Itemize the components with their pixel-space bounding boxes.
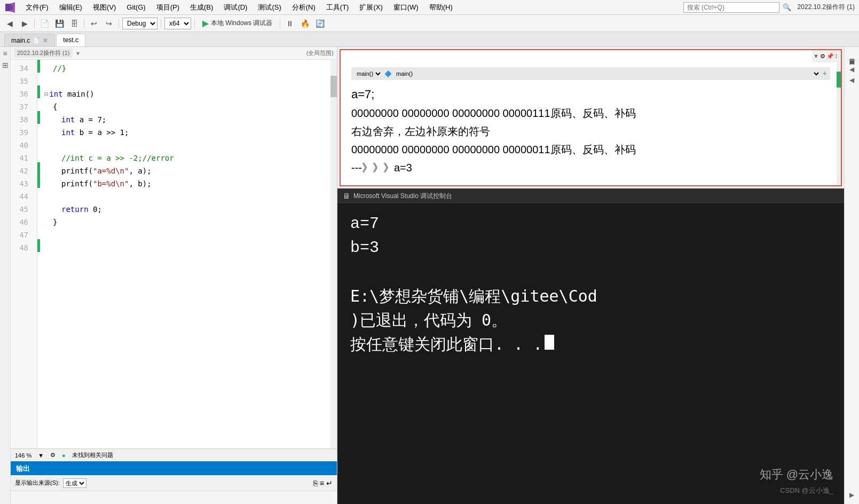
console-area: 🖥 Microsoft Visual Studio 调试控制台 a=7 b=3 …	[337, 188, 844, 504]
line-num-46: 46	[11, 216, 33, 229]
config-dropdown[interactable]: Debug	[122, 18, 157, 29]
line-num-47: 47	[11, 229, 33, 241]
menu-view[interactable]: 视图(V)	[89, 2, 120, 13]
status-check: ●	[62, 452, 66, 459]
menu-test[interactable]: 测试(S)	[254, 2, 285, 13]
code-36-rest: main()	[63, 88, 94, 100]
annotation-pin[interactable]: 📌	[826, 51, 834, 61]
code-content[interactable]: //} ⊟ int main() {	[40, 60, 330, 448]
console-content: a=7 b=3 E:\梦想杂货铺\编程\gitee\Cod )已退出，代码为 0…	[337, 203, 844, 504]
sidebar-icon-2[interactable]: ⊞	[2, 61, 9, 69]
line-num-48: 48	[11, 241, 33, 254]
new-btn[interactable]: 📄	[38, 17, 51, 30]
code-editor-wrapper: 34 35 36 37 38 39 40 41 42 43 44 45 46 4…	[11, 60, 337, 448]
annotation-line-2: 00000000 00000000 00000000 00000111原码、反码…	[351, 104, 830, 122]
menu-window[interactable]: 窗口(W)	[389, 2, 423, 13]
output-clear-btn[interactable]: ≡	[320, 479, 324, 487]
annotation-gear[interactable]: ⚙	[820, 51, 825, 61]
code-line-36: ⊟ int main()	[44, 88, 326, 100]
status-icon: ⚙	[50, 452, 56, 459]
run-icon[interactable]: ▶	[202, 18, 209, 28]
output-source-label: 显示输出来源(S):	[15, 479, 60, 487]
toolbar: ◀ ▶ 📄 💾 🗄 ↩ ↪ Debug x64 ▶ 本地 Windows 调试器…	[0, 15, 859, 32]
annotation-scrollbar[interactable]	[837, 50, 841, 185]
pause-btn[interactable]: ⏸	[283, 17, 296, 30]
tab-test-c-label: test.c	[63, 36, 78, 44]
menu-file[interactable]: 文件(F)	[21, 2, 53, 13]
annotation-line-5: ---》》》a=3	[351, 159, 830, 177]
tab-main-c-close[interactable]: ✕	[43, 37, 48, 44]
menu-search-area: 🔍	[683, 2, 791, 13]
tabs-bar: main.c 📄 ✕ test.c	[0, 32, 859, 47]
stop-btn[interactable]: 🔥	[298, 17, 311, 30]
run-label[interactable]: 本地 Windows 调试器	[211, 19, 272, 28]
undo-btn[interactable]: ↩	[88, 17, 100, 30]
menu-git[interactable]: Git(G)	[122, 2, 149, 12]
panel-btn-3[interactable]: ▶	[849, 491, 854, 499]
line-num-40: 40	[11, 139, 33, 152]
code-line-48	[44, 241, 326, 254]
code-line-47	[44, 229, 326, 241]
menu-edit[interactable]: 编辑(E)	[55, 2, 86, 13]
watermark-csdn: CSDN @云小逸_	[780, 486, 833, 495]
menu-analyze[interactable]: 分析(N)	[288, 2, 320, 13]
output-copy-btn[interactable]: ⎘	[313, 479, 318, 487]
redo-btn[interactable]: ↪	[103, 17, 115, 30]
console-icon: 🖥	[343, 192, 350, 200]
editor-scrollbar[interactable]	[330, 60, 337, 448]
save-btn[interactable]: 💾	[53, 17, 66, 30]
code-line-44	[44, 190, 326, 203]
line-numbers: 34 35 36 37 38 39 40 41 42 43 44 45 46 4…	[11, 60, 37, 448]
line-num-42: 42	[11, 164, 33, 177]
collapse-36[interactable]: ⊟	[44, 88, 48, 100]
vs-logo	[4, 2, 16, 13]
far-right-panel: 解决方案资源管理器 ◀ ◀ ▶	[844, 47, 859, 504]
output-wrap-btn[interactable]: ↵	[326, 479, 333, 487]
tab-test-c[interactable]: test.c	[56, 34, 85, 46]
tab-main-c[interactable]: main.c 📄 ✕	[4, 34, 55, 46]
code-45-return: return	[61, 203, 89, 216]
code-39-rest: b = a >> 1;	[75, 126, 129, 139]
restart-btn[interactable]: 🔄	[313, 17, 326, 30]
sep5	[194, 19, 195, 28]
menu-build[interactable]: 生成(B)	[186, 2, 217, 13]
forward-btn[interactable]: ▶	[18, 17, 31, 30]
back-btn[interactable]: ◀	[3, 17, 16, 30]
code-line-34: //}	[44, 62, 326, 75]
code-line-46: }	[44, 216, 326, 229]
output-source-select[interactable]: 生成	[63, 478, 86, 488]
annotation-func-dropdown[interactable]: main()	[354, 70, 382, 77]
sidebar-icon-1[interactable]: ≡	[3, 49, 7, 58]
line-num-39: 39	[11, 126, 33, 139]
scope-dropdown-arrow[interactable]: ▼	[75, 50, 81, 57]
console-line-3	[350, 260, 831, 284]
right-panel: ▼ ⚙ 📌 ✕ main() 🔷 main() + a=7; 00000000 …	[337, 47, 844, 504]
output-panel: 输出 显示输出来源(S): 生成 ⎘ ≡ ↵	[11, 461, 337, 504]
panel-btn-1[interactable]: ◀	[849, 66, 854, 73]
watermark-zhihu: 知乎 @云小逸	[760, 467, 833, 483]
code-line-45: return 0;	[44, 203, 326, 216]
editor-toolbar: 2022.10.2操作符 (1) ▼ (全局范围)	[11, 47, 337, 60]
editor-scrollbar-thumb[interactable]	[330, 76, 337, 97]
platform-dropdown[interactable]: x64	[164, 18, 191, 29]
console-line-5: )已退出，代码为 0。	[350, 308, 831, 332]
menu-project[interactable]: 项目(P)	[152, 2, 184, 13]
console-line-2: b=3	[350, 236, 831, 260]
search-input[interactable]	[683, 2, 779, 13]
menu-tools[interactable]: 工具(T)	[322, 2, 353, 13]
annotation-dropdown[interactable]: ▼	[813, 51, 819, 61]
menu-help[interactable]: 帮助(H)	[425, 2, 457, 13]
code-39-int: int	[61, 126, 75, 139]
line-num-44: 44	[11, 190, 33, 203]
menu-extensions[interactable]: 扩展(X)	[355, 2, 387, 13]
zoom-dropdown[interactable]: ▼	[38, 452, 44, 459]
save-all-btn[interactable]: 🗄	[68, 17, 81, 30]
code-43-str: "b=%d\n"	[93, 177, 129, 190]
panel-btn-2[interactable]: ◀	[849, 76, 854, 84]
annotation-scrollbar-thumb[interactable]	[837, 72, 841, 88]
annotation-add-btn[interactable]: +	[823, 67, 827, 80]
annotation-scope-dropdown[interactable]: main()	[394, 70, 821, 77]
code-37-brace: {	[53, 100, 57, 113]
line-num-38: 38	[11, 113, 33, 126]
menu-debug[interactable]: 调试(D)	[219, 2, 251, 13]
